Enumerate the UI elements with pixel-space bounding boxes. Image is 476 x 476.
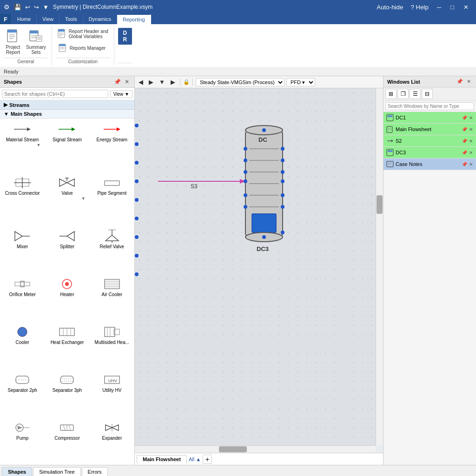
summary-sets-button[interactable]: SummarySets — [24, 28, 48, 56]
redo-button[interactable]: ↪ — [33, 3, 40, 12]
quick-access-dropdown[interactable]: ▼ — [41, 3, 50, 12]
window-dc3-pin[interactable]: 📌 — [461, 150, 468, 156]
canvas-nav-dropdown[interactable]: ▼ — [157, 78, 167, 86]
shape-cooler[interactable]: Cooler — [0, 321, 45, 369]
tab-view[interactable]: View — [37, 14, 60, 24]
canvas-nav-next[interactable]: ▶ — [169, 78, 177, 86]
tab-home[interactable]: Home — [12, 14, 37, 24]
window-dc3-close[interactable]: ✕ — [469, 150, 473, 156]
shape-heater[interactable]: Heater — [45, 273, 89, 321]
shape-utility-hv[interactable]: UHV Utility HV — [90, 369, 134, 417]
windows-cascade-btn[interactable]: ❐ — [397, 89, 409, 99]
shape-air-cooler[interactable]: Air Cooler — [90, 273, 134, 321]
canvas-tab-add-button[interactable]: + — [203, 455, 212, 464]
auto-hide-button[interactable]: Auto-hide — [374, 3, 406, 12]
tab-shapes[interactable]: Shapes — [2, 467, 32, 476]
dr-button[interactable]: DR — [118, 28, 132, 45]
shapes-header-controls: 📌 ✕ — [112, 78, 131, 86]
main-shapes-section-header[interactable]: ▼ Main Shapes — [0, 110, 134, 119]
shape-relief-valve[interactable]: Relief Valve — [90, 225, 134, 273]
shape-cross-connector[interactable]: Cross Connector — [0, 172, 45, 225]
streams-section-header[interactable]: ▶ Streams — [0, 100, 134, 110]
window-dc1-close[interactable]: ✕ — [469, 115, 473, 121]
reports-manager-button[interactable]: Reports Manager — [56, 42, 108, 54]
tab-main-flowsheet[interactable]: Main Flowsheet — [137, 455, 187, 463]
windows-panel-close[interactable]: ✕ — [465, 78, 472, 85]
window-item-main-flowsheet[interactable]: Main Flowsheet 📌 ✕ — [383, 124, 476, 135]
window-case-notes-controls: 📌 ✕ — [461, 161, 473, 167]
window-mf-close[interactable]: ✕ — [469, 126, 473, 132]
shapes-view-button[interactable]: View ▼ — [110, 90, 132, 98]
project-report-button[interactable]: ProjectReport — [4, 28, 22, 56]
close-button[interactable]: ✕ — [460, 3, 472, 12]
tab-reporting[interactable]: Reporting — [117, 14, 151, 24]
shape-expander[interactable]: Expander — [90, 417, 134, 465]
cross-connector-label: Cross Connector — [5, 191, 40, 196]
horizontal-scrollbar[interactable] — [135, 445, 376, 453]
help-button[interactable]: ? Help — [408, 3, 431, 12]
windows-panel: Windows List 📌 ✕ ⊞ ❐ ☰ ⊟ DC1 📌 — [383, 76, 476, 465]
shape-compressor[interactable]: Compressor — [45, 417, 89, 465]
separator-3ph-label: Separator 3ph — [53, 388, 82, 393]
windows-tile-btn[interactable]: ⊞ — [385, 89, 397, 99]
expander-label: Expander — [102, 436, 122, 441]
canvas-nav-back[interactable]: ◀ — [137, 78, 145, 86]
shape-splitter[interactable]: Splitter — [45, 225, 89, 273]
general-group-label: General — [4, 58, 48, 65]
window-item-s2[interactable]: S2 📌 ✕ — [383, 135, 476, 147]
shapes-pin-button[interactable]: 📌 — [112, 78, 122, 86]
maximize-button[interactable]: □ — [447, 3, 458, 12]
report-header-label: Report Header andGlobal Variables — [69, 29, 108, 39]
shapes-panel-header: Shapes 📌 ✕ — [0, 76, 134, 88]
shape-mixer[interactable]: Mixer — [0, 225, 45, 273]
shape-separator-2ph[interactable]: Separator 2ph — [0, 369, 45, 417]
shape-pump[interactable]: Pump — [0, 417, 45, 465]
process-select[interactable]: Steady State-VMGSim (Process) — [196, 78, 284, 86]
valve-expander[interactable]: ▼ — [79, 196, 87, 201]
shape-heat-exchanger[interactable]: Heat Exchanger — [45, 321, 89, 369]
tab-errors[interactable]: Errors — [82, 467, 108, 476]
tab-dynamics[interactable]: Dynamics — [83, 14, 117, 24]
window-s2-pin[interactable]: 📌 — [461, 138, 468, 144]
save-button[interactable]: 💾 — [13, 3, 23, 12]
window-mf-pin[interactable]: 📌 — [461, 126, 468, 132]
shape-signal-stream[interactable]: Signal Stream — [45, 119, 89, 172]
windows-search-input[interactable] — [385, 102, 474, 110]
main-shapes-label: Main Shapes — [11, 111, 42, 117]
view-select[interactable]: PFD ▾ — [286, 78, 315, 86]
shape-multisided[interactable]: Multisided Hea... — [90, 321, 134, 369]
horizontal-scroll-thumb[interactable] — [219, 446, 247, 452]
windows-panel-pin[interactable]: 📌 — [455, 78, 464, 85]
window-cn-pin[interactable]: 📌 — [461, 161, 468, 167]
shape-material-stream[interactable]: Material Stream ▼ — [0, 119, 45, 172]
shape-separator-3ph[interactable]: Separator 3ph — [45, 369, 89, 417]
window-cn-close[interactable]: ✕ — [469, 161, 473, 167]
canvas-tab-all[interactable]: All ▲ — [189, 456, 201, 462]
tab-file[interactable]: F — [0, 14, 12, 24]
window-item-dc3[interactable]: DC3 📌 ✕ — [383, 147, 476, 159]
canvas-nav-fwd[interactable]: ▶ — [147, 78, 155, 86]
windows-list-btn[interactable]: ☰ — [410, 89, 421, 99]
shapes-search-input[interactable] — [2, 90, 108, 98]
tab-tools[interactable]: Tools — [60, 14, 83, 24]
undo-button[interactable]: ↩ — [24, 3, 32, 12]
vertical-scrollbar[interactable] — [376, 88, 383, 445]
svg-marker-75 — [106, 425, 112, 430]
shape-valve[interactable]: Valve ▼ — [45, 172, 89, 225]
window-dc1-pin[interactable]: 📌 — [461, 115, 468, 121]
shapes-close-button[interactable]: ✕ — [123, 78, 131, 86]
material-stream-expander[interactable]: ▼ — [34, 142, 42, 148]
minimize-button[interactable]: ─ — [433, 3, 445, 12]
report-header-button[interactable]: Report Header andGlobal Variables — [56, 28, 110, 40]
vertical-scroll-thumb[interactable] — [377, 195, 383, 214]
tab-simulation-tree[interactable]: Simulation Tree — [33, 467, 80, 476]
window-item-dc1[interactable]: DC1 📌 ✕ — [383, 112, 476, 124]
shape-pipe-segment[interactable]: Pipe Segment — [90, 172, 134, 225]
window-s2-close[interactable]: ✕ — [469, 138, 473, 144]
window-item-case-notes[interactable]: Case Notes 📌 ✕ — [383, 159, 476, 170]
separator-2ph-label: Separator 2ph — [7, 388, 37, 393]
windows-grid-btn[interactable]: ⊟ — [422, 89, 433, 99]
svg-point-119 — [281, 231, 284, 234]
shape-energy-stream[interactable]: Energy Stream — [90, 119, 134, 172]
shape-orifice-meter[interactable]: Orifice Meter — [0, 273, 45, 321]
